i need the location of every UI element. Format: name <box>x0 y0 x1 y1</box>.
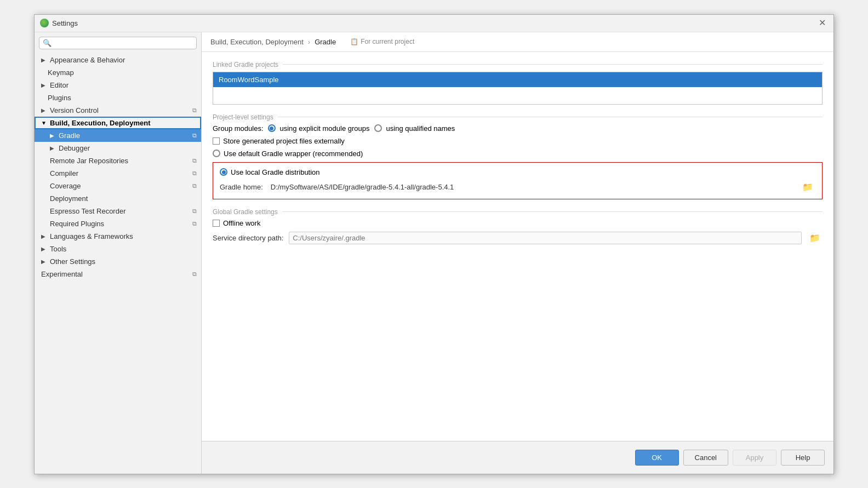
sidebar-item-label-compiler: Compiler <box>50 169 190 177</box>
close-button[interactable]: ✕ <box>816 18 828 28</box>
for-project-label: 📋 For current project <box>350 38 414 45</box>
expand-arrow-build: ▼ <box>41 120 48 126</box>
gradle-home-browse-button[interactable]: 📁 <box>800 181 815 193</box>
sidebar-item-label-experimental: Experimental <box>41 270 190 278</box>
breadcrumb-current: Gradle <box>315 38 336 46</box>
sidebar-item-keymap[interactable]: Keymap <box>35 66 201 79</box>
sidebar-item-gradle[interactable]: ▶ Gradle ⧉ <box>35 129 201 142</box>
sidebar-item-tools[interactable]: ▶ Tools <box>35 243 201 255</box>
sidebar-item-other-settings[interactable]: ▶ Other Settings <box>35 255 201 268</box>
sidebar-item-label-other: Other Settings <box>50 257 197 266</box>
search-input[interactable] <box>54 39 193 47</box>
linked-projects-label: Linked Gradle projects <box>213 61 823 68</box>
sidebar-item-label-espresso: Espresso Test Recorder <box>50 207 190 215</box>
group-modules-text: Group modules: <box>213 124 264 133</box>
search-box[interactable]: 🔍 <box>39 37 197 49</box>
expand-arrow-languages: ▶ <box>41 233 48 239</box>
project-settings-section: Project-level settings Group modules: us… <box>213 113 823 199</box>
sidebar-item-remote-jar[interactable]: Remote Jar Repositories ⧉ <box>35 154 201 167</box>
linked-projects-empty-space <box>213 87 822 104</box>
sidebar: 🔍 ▶ Appearance & Behavior Keymap ▶ Edito… <box>35 32 202 474</box>
sidebar-item-coverage[interactable]: Coverage ⧉ <box>35 180 201 192</box>
sidebar-item-label-languages: Languages & Frameworks <box>50 232 197 240</box>
breadcrumb-parent: Build, Execution, Deployment <box>210 38 304 46</box>
app-icon <box>40 19 49 27</box>
radio-qualified-label: using qualified names <box>386 124 455 133</box>
sidebar-item-label-appearance: Appearance & Behavior <box>50 56 197 64</box>
dialog-body: 🔍 ▶ Appearance & Behavior Keymap ▶ Edito… <box>35 32 833 474</box>
title-bar: Settings ✕ <box>35 15 833 32</box>
expand-arrow-vc: ▶ <box>41 107 48 113</box>
sidebar-item-label-deployment: Deployment <box>50 194 197 203</box>
help-button[interactable]: Help <box>781 450 825 466</box>
title-bar-left: Settings <box>40 19 78 27</box>
group-modules-row: Group modules: using explicit module gro… <box>213 124 823 133</box>
expand-arrow-debugger: ▶ <box>50 145 56 151</box>
cancel-button[interactable]: Cancel <box>683 450 728 466</box>
vc-copy-icon: ⧉ <box>192 107 197 114</box>
coverage-copy-icon: ⧉ <box>192 182 197 190</box>
sidebar-item-version-control[interactable]: ▶ Version Control ⧉ <box>35 104 201 117</box>
radio-local-gradle[interactable] <box>220 168 227 176</box>
service-dir-input[interactable] <box>289 232 802 244</box>
sidebar-item-languages[interactable]: ▶ Languages & Frameworks <box>35 230 201 243</box>
radio-explicit-modules[interactable] <box>268 124 276 132</box>
expand-arrow-other: ▶ <box>41 259 48 265</box>
sidebar-item-required-plugins[interactable]: Required Plugins ⧉ <box>35 217 201 230</box>
sidebar-item-label-build: Build, Execution, Deployment <box>50 119 196 127</box>
compiler-copy-icon: ⧉ <box>192 170 197 177</box>
radio-explicit-label: using explicit module groups <box>280 124 370 133</box>
store-generated-label: Store generated project files externally <box>223 137 345 145</box>
sidebar-item-deployment[interactable]: Deployment <box>35 192 201 205</box>
linked-projects-list[interactable]: RoomWordSample <box>213 72 823 105</box>
offline-work-row: Offline work <box>213 219 823 227</box>
sidebar-item-build[interactable]: ▼ Build, Execution, Deployment <box>35 117 201 129</box>
checkbox-offline-work[interactable] <box>213 220 220 227</box>
sidebar-item-debugger[interactable]: ▶ Debugger <box>35 142 201 154</box>
radio-qualified-names[interactable] <box>374 124 382 132</box>
sidebar-item-label-keymap: Keymap <box>48 68 197 77</box>
sidebar-item-label-debugger: Debugger <box>59 144 197 152</box>
use-default-wrapper-label: Use default Gradle wrapper (recommended) <box>224 150 363 158</box>
use-local-label: Use local Gradle distribution <box>231 168 320 176</box>
sidebar-item-espresso[interactable]: Espresso Test Recorder ⧉ <box>35 205 201 217</box>
radio-default-wrapper[interactable] <box>213 150 220 157</box>
expand-arrow-tools: ▶ <box>41 246 48 252</box>
gradle-home-input[interactable] <box>269 182 795 192</box>
gradle-copy-icon: ⧉ <box>192 132 197 139</box>
sidebar-item-label-remote-jar: Remote Jar Repositories <box>50 157 190 165</box>
gradle-home-text: Gradle home: <box>220 183 263 191</box>
gradle-home-row: Gradle home: 📁 <box>220 181 815 193</box>
use-default-wrapper-row: Use default Gradle wrapper (recommended) <box>213 150 823 158</box>
checkbox-store-generated[interactable] <box>213 137 220 145</box>
offline-work-label: Offline work <box>223 219 260 227</box>
dialog-footer: OK Cancel Apply Help <box>202 441 833 474</box>
ok-button[interactable]: OK <box>635 450 679 466</box>
sidebar-item-label-plugins: Plugins <box>48 94 197 102</box>
settings-dialog: Settings ✕ 🔍 ▶ Appearance & Behavior Key… <box>34 14 834 474</box>
main-content: Build, Execution, Deployment › Gradle 📋 … <box>202 32 833 474</box>
use-local-row: Use local Gradle distribution <box>220 168 815 176</box>
for-project-text: For current project <box>361 38 414 45</box>
sidebar-item-editor[interactable]: ▶ Editor <box>35 79 201 91</box>
service-dir-browse-button[interactable]: 📁 <box>807 232 823 244</box>
expand-arrow-appearance: ▶ <box>41 57 48 63</box>
global-settings-label: Global Gradle settings <box>213 208 823 216</box>
sidebar-item-label-required-plugins: Required Plugins <box>50 220 190 228</box>
sidebar-item-experimental[interactable]: Experimental ⧉ <box>35 268 201 280</box>
use-local-gradle-box: Use local Gradle distribution Gradle hom… <box>213 162 823 199</box>
req-plugins-copy-icon: ⧉ <box>192 220 197 227</box>
sidebar-item-compiler[interactable]: Compiler ⧉ <box>35 167 201 180</box>
project-icon: 📋 <box>350 38 358 45</box>
dialog-title: Settings <box>52 19 78 27</box>
linked-project-item[interactable]: RoomWordSample <box>213 72 822 87</box>
store-generated-row: Store generated project files externally <box>213 137 823 145</box>
apply-button[interactable]: Apply <box>733 450 776 466</box>
main-scroll: Linked Gradle projects RoomWordSample Pr… <box>202 52 833 441</box>
sidebar-item-label-coverage: Coverage <box>50 182 190 190</box>
experimental-copy-icon: ⧉ <box>192 271 197 278</box>
sidebar-item-appearance[interactable]: ▶ Appearance & Behavior <box>35 54 201 66</box>
sidebar-item-label-gradle: Gradle <box>59 131 190 140</box>
sidebar-item-plugins[interactable]: Plugins <box>35 91 201 104</box>
breadcrumb-separator: › <box>308 38 310 46</box>
